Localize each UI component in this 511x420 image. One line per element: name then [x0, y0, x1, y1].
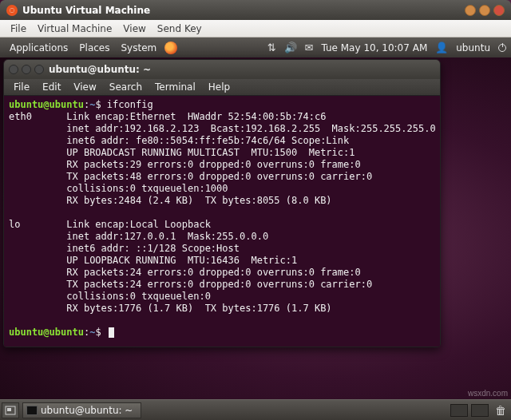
- terminal-icon: [26, 406, 38, 415]
- trash-icon[interactable]: 🗑: [495, 404, 506, 417]
- terminal-menu-terminal[interactable]: Terminal: [149, 81, 202, 93]
- terminal-titlebar[interactable]: ubuntu@ubuntu: ~: [4, 60, 440, 79]
- user-icon[interactable]: 👤: [435, 42, 448, 53]
- terminal-menu-edit[interactable]: Edit: [36, 81, 67, 93]
- vm-window-controls: [465, 5, 505, 16]
- watermark: wsxdn.com: [468, 389, 508, 398]
- gnome-clock[interactable]: Tue May 10, 10:07 AM: [321, 42, 427, 53]
- terminal-close-button[interactable]: [9, 65, 18, 74]
- power-icon[interactable]: [498, 44, 506, 52]
- terminal-maximize-button[interactable]: [34, 65, 44, 74]
- volume-icon[interactable]: 🔊: [284, 42, 297, 53]
- terminal-cursor: [109, 327, 114, 338]
- terminal-menu-search[interactable]: Search: [103, 81, 149, 93]
- bottom-panel-right: 🗑: [450, 404, 509, 417]
- terminal-title: ubuntu@ubuntu: ~: [49, 64, 151, 75]
- vm-menu-virtual-machine[interactable]: Virtual Machine: [32, 23, 117, 34]
- taskbar-item-terminal[interactable]: ubuntu@ubuntu: ~: [22, 402, 141, 418]
- terminal-minimize-button[interactable]: [22, 65, 31, 74]
- terminal-prompt: ubuntu@ubuntu:~$: [9, 99, 101, 110]
- vm-menu-file[interactable]: File: [5, 23, 32, 34]
- network-icon[interactable]: ⇅: [267, 42, 276, 53]
- gnome-tray: ⇅ 🔊 ✉ Tue May 10, 10:07 AM 👤 ubuntu: [267, 42, 506, 53]
- gnome-menu-applications[interactable]: Applications: [5, 42, 73, 53]
- vm-close-button[interactable]: [493, 5, 505, 16]
- vm-maximize-button[interactable]: [479, 5, 490, 16]
- workspace-2[interactable]: [471, 404, 489, 417]
- ubuntu-logo-icon: ◌: [6, 5, 18, 16]
- terminal-menu-help[interactable]: Help: [202, 81, 236, 93]
- vm-menu-view[interactable]: View: [117, 23, 151, 34]
- vm-menubar: File Virtual Machine View Send Key: [0, 20, 511, 38]
- terminal-prompt-2: ubuntu@ubuntu:~$: [9, 327, 101, 338]
- gnome-top-panel: Applications Places System ⇅ 🔊 ✉ Tue May…: [0, 38, 511, 57]
- terminal-output: eth0 Link encap:Ethernet HWaddr 52:54:00…: [9, 111, 436, 314]
- taskbar-item-label: ubuntu@ubuntu: ~: [41, 405, 133, 416]
- gnome-user-name[interactable]: ubuntu: [456, 42, 490, 53]
- gnome-menu-places[interactable]: Places: [74, 42, 114, 53]
- terminal-window: ubuntu@ubuntu: ~ File Edit View Search T…: [3, 59, 441, 347]
- mail-icon[interactable]: ✉: [305, 42, 314, 53]
- terminal-menubar: File Edit View Search Terminal Help: [4, 79, 440, 96]
- desktop[interactable]: ubuntu@ubuntu: ~ File Edit View Search T…: [0, 57, 511, 399]
- svg-rect-1: [7, 408, 11, 411]
- vm-menu-send-key[interactable]: Send Key: [152, 23, 208, 34]
- vm-titlebar: ◌ Ubuntu Virtual Machine: [0, 0, 511, 20]
- terminal-window-controls: [9, 65, 44, 74]
- terminal-menu-file[interactable]: File: [7, 81, 36, 93]
- gnome-bottom-panel: ubuntu@ubuntu: ~ 🗑: [0, 399, 511, 420]
- terminal-body[interactable]: ubuntu@ubuntu:~$ ifconfig eth0 Link enca…: [4, 96, 440, 347]
- workspace-1[interactable]: [450, 404, 468, 417]
- terminal-command: ifconfig: [107, 99, 153, 110]
- vm-title: Ubuntu Virtual Machine: [22, 5, 460, 16]
- terminal-menu-view[interactable]: View: [67, 81, 102, 93]
- firefox-icon[interactable]: [164, 42, 177, 54]
- gnome-menus: Applications Places System: [5, 42, 161, 53]
- gnome-menu-system[interactable]: System: [116, 42, 161, 53]
- vm-minimize-button[interactable]: [465, 5, 476, 16]
- show-desktop-icon: [5, 406, 16, 415]
- show-desktop-button[interactable]: [2, 402, 19, 418]
